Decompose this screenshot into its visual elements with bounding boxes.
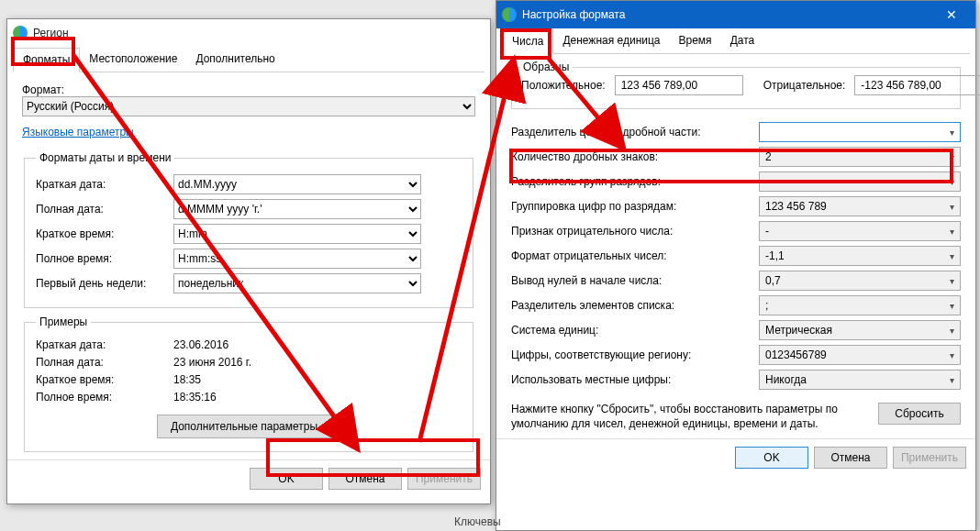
chevron-down-icon: ▾ — [950, 326, 954, 336]
dt-row-label: Краткая дата: — [36, 178, 173, 191]
setting-value: 2 — [765, 150, 772, 163]
tab-formats[interactable]: Форматы — [13, 48, 80, 72]
negative-value: -123 456 789,00 — [854, 75, 980, 95]
region-tabs: Форматы Местоположение Дополнительно — [13, 47, 484, 72]
setting-select[interactable]: Никогда▾ — [759, 370, 961, 390]
samples-legend: Образцы — [519, 61, 573, 73]
setting-value: - — [765, 225, 769, 238]
dt-row-select[interactable]: H:mm — [173, 224, 421, 244]
apply-button[interactable]: Применить — [407, 468, 481, 490]
format-buttons: OK Отмена Применить — [496, 438, 975, 476]
setting-label: Разделитель элементов списка: — [511, 299, 759, 312]
ex-row-label: Краткое время: — [36, 373, 173, 386]
cancel-button[interactable]: Отмена — [814, 447, 887, 469]
setting-value: -1,1 — [765, 249, 785, 262]
region-titlebar: Регион — [7, 19, 490, 47]
setting-select[interactable]: -1,1▾ — [759, 246, 961, 266]
examples-group: Примеры Краткая дата:23.06.2016Полная да… — [24, 315, 473, 452]
setting-label: Разделитель групп разрядов: — [511, 175, 759, 188]
chevron-down-icon: ▾ — [950, 202, 954, 212]
format-titlebar: Настройка формата ✕ — [496, 1, 975, 28]
chevron-down-icon: ▾ — [950, 350, 954, 360]
setting-value: Метрическая — [765, 324, 832, 337]
chevron-down-icon: ▾ — [950, 127, 954, 138]
setting-label: Количество дробных знаков: — [511, 150, 759, 163]
positive-value: 123 456 789,00 — [615, 75, 743, 95]
language-params-link[interactable]: Языковые параметры — [22, 126, 134, 138]
ex-row-value: 18:35 — [173, 373, 201, 386]
ex-row-label: Полное время: — [36, 391, 173, 404]
setting-label: Признак отрицательного числа: — [511, 225, 759, 238]
setting-select[interactable]: 2▾ — [759, 147, 961, 167]
datetime-legend: Форматы даты и времени — [36, 151, 174, 164]
tab-currency[interactable]: Денежная единица — [553, 29, 669, 54]
dt-row-select[interactable]: dd.MM.yyyy — [173, 174, 421, 194]
setting-label: Цифры, соответствующие региону: — [511, 348, 759, 361]
setting-value: 0,7 — [765, 274, 781, 287]
tab-numbers[interactable]: Числа — [502, 29, 553, 54]
format-label: Формат: — [22, 83, 475, 96]
dt-row-select[interactable]: d MMMM yyyy 'г.' — [173, 199, 421, 219]
region-title: Регион — [33, 27, 69, 39]
tab-advanced[interactable]: Дополнительно — [186, 48, 284, 72]
setting-select[interactable]: ▾ — [759, 171, 961, 192]
setting-select[interactable]: ▾ — [759, 122, 961, 142]
additional-params-button[interactable]: Дополнительные параметры... — [157, 415, 340, 438]
ok-button[interactable]: OK — [250, 468, 323, 490]
chevron-down-icon: ▾ — [950, 227, 954, 237]
ok-button[interactable]: OK — [735, 447, 808, 469]
tab-date[interactable]: Дата — [721, 29, 764, 54]
ex-row-label: Полная дата: — [36, 356, 173, 369]
ex-row-label: Краткая дата: — [36, 338, 173, 351]
setting-value: 0123456789 — [765, 348, 827, 361]
cancel-button[interactable]: Отмена — [329, 468, 402, 490]
setting-label: Использовать местные цифры: — [511, 373, 759, 386]
format-title: Настройка формата — [522, 8, 625, 21]
setting-select[interactable]: 0123456789▾ — [759, 345, 961, 365]
samples-group: Образцы Положительное: 123 456 789,00 От… — [511, 67, 961, 109]
setting-label: Разделитель целой и дробной части: — [511, 126, 759, 138]
setting-value: 123 456 789 — [765, 200, 827, 213]
ex-row-value: 18:35:16 — [173, 391, 217, 404]
ex-row-value: 23.06.2016 — [173, 338, 228, 351]
setting-select[interactable]: 123 456 789▾ — [759, 196, 961, 216]
close-icon[interactable]: ✕ — [933, 1, 970, 28]
dt-row-label: Первый день недели: — [36, 277, 173, 290]
apply-button[interactable]: Применить — [893, 447, 966, 469]
ex-row-value: 23 июня 2016 г. — [173, 356, 251, 369]
dt-row-label: Полная дата: — [36, 203, 173, 216]
setting-label: Группировка цифр по разрядам: — [511, 200, 759, 213]
tab-time[interactable]: Время — [670, 29, 721, 54]
datetime-group: Форматы даты и времени Краткая дата:dd.M… — [24, 151, 473, 308]
setting-select[interactable]: 0,7▾ — [759, 271, 961, 291]
chevron-down-icon: ▾ — [950, 375, 954, 385]
dt-row-label: Краткое время: — [36, 227, 173, 240]
setting-select[interactable]: -▾ — [759, 221, 961, 241]
setting-label: Вывод нулей в начале числа: — [511, 274, 759, 287]
format-tabs: Числа Денежная единица Время Дата — [502, 28, 970, 54]
setting-select[interactable]: Метрическая▾ — [759, 320, 961, 340]
setting-label: Система единиц: — [511, 324, 759, 337]
format-icon — [502, 7, 517, 22]
dt-row-label: Полное время: — [36, 252, 173, 265]
positive-label: Положительное: — [521, 79, 606, 92]
setting-label: Формат отрицательных чисел: — [511, 249, 759, 262]
reset-button[interactable]: Сбросить — [878, 403, 961, 425]
setting-select[interactable]: ;▾ — [759, 295, 961, 315]
region-dialog: Регион Форматы Местоположение Дополнител… — [6, 18, 491, 504]
setting-value: Никогда — [765, 373, 807, 386]
chevron-down-icon: ▾ — [950, 301, 954, 311]
region-icon — [13, 26, 28, 40]
format-select[interactable]: Русский (Россия) — [22, 96, 475, 116]
chevron-down-icon: ▾ — [950, 152, 954, 162]
dt-row-select[interactable]: H:mm:ss — [173, 249, 421, 269]
region-buttons: OK Отмена Применить — [7, 459, 490, 497]
dt-row-select[interactable]: понедельник — [173, 273, 421, 293]
tab-location[interactable]: Местоположение — [80, 48, 186, 72]
chevron-down-icon: ▾ — [950, 276, 954, 286]
chevron-down-icon: ▾ — [950, 251, 954, 261]
negative-label: Отрицательное: — [763, 79, 846, 92]
examples-legend: Примеры — [36, 315, 91, 328]
reset-text: Нажмите кнопку "Сбросить", чтобы восстан… — [511, 403, 867, 431]
bg-text: Ключевы — [454, 515, 501, 528]
